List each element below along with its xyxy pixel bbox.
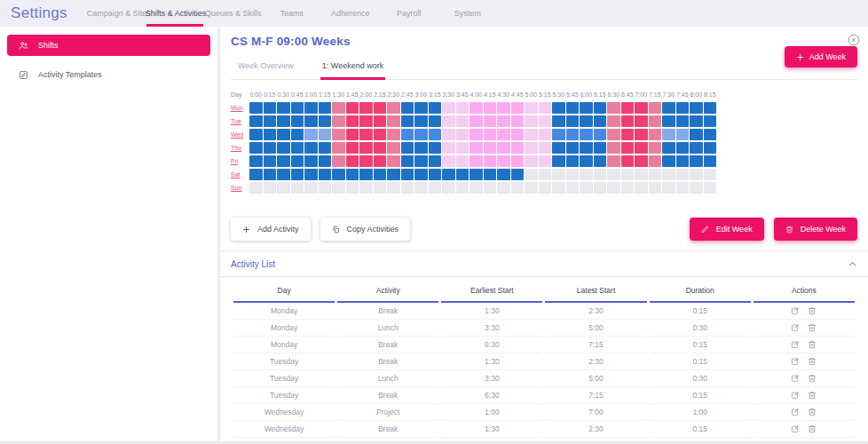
schedule-cell-shift-work[interactable] <box>662 142 675 154</box>
schedule-cell-shift-work[interactable] <box>414 115 428 127</box>
schedule-cell-shift-work[interactable] <box>249 155 263 167</box>
schedule-cell-lunch-core[interactable] <box>484 155 497 167</box>
schedule-cell-lunch-core[interactable] <box>470 102 483 114</box>
schedule-cell-lunch-core[interactable] <box>497 115 510 127</box>
schedule-cell-shift-work[interactable] <box>277 169 290 180</box>
schedule-cell-no-shift[interactable] <box>319 182 332 194</box>
schedule-cell-shift-work[interactable] <box>304 102 318 114</box>
day-link-sun[interactable]: Sun <box>231 185 249 191</box>
schedule-cell-shift-work[interactable] <box>319 102 332 114</box>
schedule-cell-break-edge[interactable] <box>649 129 662 140</box>
schedule-cell-no-shift[interactable] <box>470 182 483 194</box>
schedule-cell-break-core[interactable] <box>635 155 648 167</box>
schedule-cell-no-shift[interactable] <box>676 182 690 194</box>
schedule-cell-shift-work[interactable] <box>442 169 455 180</box>
schedule-cell-no-shift[interactable] <box>442 182 455 194</box>
schedule-cell-no-shift[interactable] <box>594 182 607 194</box>
schedule-cell-lunch-core[interactable] <box>470 155 483 167</box>
schedule-cell-no-shift[interactable] <box>387 182 400 194</box>
schedule-cell-shift-work[interactable] <box>401 102 414 114</box>
schedule-cell-project-edge[interactable] <box>662 129 675 140</box>
schedule-cell-shift-work[interactable] <box>401 155 414 167</box>
schedule-cell-break-edge[interactable] <box>332 129 345 140</box>
schedule-cell-break-core[interactable] <box>359 102 373 114</box>
schedule-cell-lunch-edge[interactable] <box>442 129 455 140</box>
schedule-cell-no-shift[interactable] <box>429 182 442 194</box>
schedule-cell-shift-work[interactable] <box>277 115 290 127</box>
schedule-cell-break-core[interactable] <box>621 142 635 154</box>
schedule-cell-break-core[interactable] <box>346 142 359 154</box>
schedule-cell-no-shift[interactable] <box>264 182 277 194</box>
edit-row-icon[interactable] <box>791 306 800 315</box>
schedule-cell-break-edge[interactable] <box>607 142 620 154</box>
trash-icon[interactable] <box>808 374 817 383</box>
schedule-cell-shift-work[interactable] <box>304 155 318 167</box>
schedule-cell-shift-work[interactable] <box>264 115 277 127</box>
schedule-cell-lunch-core[interactable] <box>497 155 510 167</box>
schedule-cell-shift-work[interactable] <box>304 142 318 154</box>
nav-tab-system[interactable]: System <box>438 0 497 27</box>
schedule-cell-break-edge[interactable] <box>332 115 345 127</box>
schedule-cell-no-shift[interactable] <box>566 169 580 180</box>
schedule-cell-shift-work[interactable] <box>704 115 717 127</box>
schedule-cell-lunch-core[interactable] <box>497 102 510 114</box>
day-link-thu[interactable]: Thu <box>231 145 249 151</box>
edit-row-icon[interactable] <box>791 391 800 400</box>
schedule-cell-lunch-core[interactable] <box>484 142 497 154</box>
schedule-cell-no-shift[interactable] <box>497 182 510 194</box>
schedule-cell-lunch-edge[interactable] <box>539 155 552 167</box>
day-link-tue[interactable]: Tue <box>231 118 249 124</box>
trash-icon[interactable] <box>808 424 817 433</box>
schedule-cell-shift-work[interactable] <box>319 115 332 127</box>
schedule-cell-break-core[interactable] <box>374 129 387 140</box>
schedule-cell-shift-work[interactable] <box>662 155 675 167</box>
schedule-cell-no-shift[interactable] <box>525 169 538 180</box>
schedule-cell-lunch-edge[interactable] <box>456 129 470 140</box>
schedule-cell-shift-work[interactable] <box>497 169 510 180</box>
schedule-cell-shift-work[interactable] <box>552 155 565 167</box>
schedule-cell-no-shift[interactable] <box>635 169 648 180</box>
schedule-cell-shift-work[interactable] <box>401 169 414 180</box>
add-week-button[interactable]: Add Week <box>785 46 857 67</box>
schedule-cell-shift-work[interactable] <box>249 115 263 127</box>
schedule-cell-shift-work[interactable] <box>414 142 428 154</box>
schedule-cell-shift-work[interactable] <box>580 115 593 127</box>
schedule-cell-lunch-edge[interactable] <box>525 129 538 140</box>
schedule-cell-shift-work[interactable] <box>277 102 290 114</box>
schedule-cell-shift-work[interactable] <box>552 115 565 127</box>
schedule-cell-no-shift[interactable] <box>580 169 593 180</box>
schedule-cell-no-shift[interactable] <box>374 182 387 194</box>
schedule-cell-lunch-edge[interactable] <box>442 142 455 154</box>
schedule-cell-lunch-core[interactable] <box>511 155 525 167</box>
schedule-cell-break-core[interactable] <box>359 155 373 167</box>
nav-tab-teams[interactable]: Teams <box>263 0 321 27</box>
schedule-cell-break-edge[interactable] <box>387 129 400 140</box>
schedule-cell-break-edge[interactable] <box>332 155 345 167</box>
edit-row-icon[interactable] <box>791 424 800 433</box>
edit-row-icon[interactable] <box>791 357 800 366</box>
edit-row-icon[interactable] <box>791 340 800 349</box>
schedule-cell-shift-work[interactable] <box>401 142 414 154</box>
schedule-cell-lunch-edge[interactable] <box>525 142 538 154</box>
schedule-cell-break-edge[interactable] <box>607 129 620 140</box>
schedule-cell-no-shift[interactable] <box>539 182 552 194</box>
schedule-cell-no-shift[interactable] <box>649 169 662 180</box>
schedule-cell-break-core[interactable] <box>346 129 359 140</box>
schedule-cell-break-core[interactable] <box>621 155 635 167</box>
schedule-cell-lunch-edge[interactable] <box>456 142 470 154</box>
schedule-cell-break-core[interactable] <box>359 129 373 140</box>
schedule-cell-lunch-edge[interactable] <box>456 155 470 167</box>
schedule-cell-shift-work[interactable] <box>249 169 263 180</box>
schedule-cell-shift-work[interactable] <box>319 155 332 167</box>
schedule-cell-project-core[interactable] <box>429 129 442 140</box>
schedule-cell-shift-work[interactable] <box>676 115 690 127</box>
schedule-cell-break-core[interactable] <box>374 102 387 114</box>
schedule-cell-no-shift[interactable] <box>359 182 373 194</box>
schedule-cell-break-edge[interactable] <box>649 115 662 127</box>
schedule-cell-break-edge[interactable] <box>332 102 345 114</box>
schedule-cell-shift-work[interactable] <box>662 102 675 114</box>
schedule-cell-lunch-edge[interactable] <box>456 102 470 114</box>
schedule-cell-lunch-edge[interactable] <box>539 115 552 127</box>
schedule-cell-break-edge[interactable] <box>649 102 662 114</box>
schedule-cell-shift-work[interactable] <box>264 129 277 140</box>
